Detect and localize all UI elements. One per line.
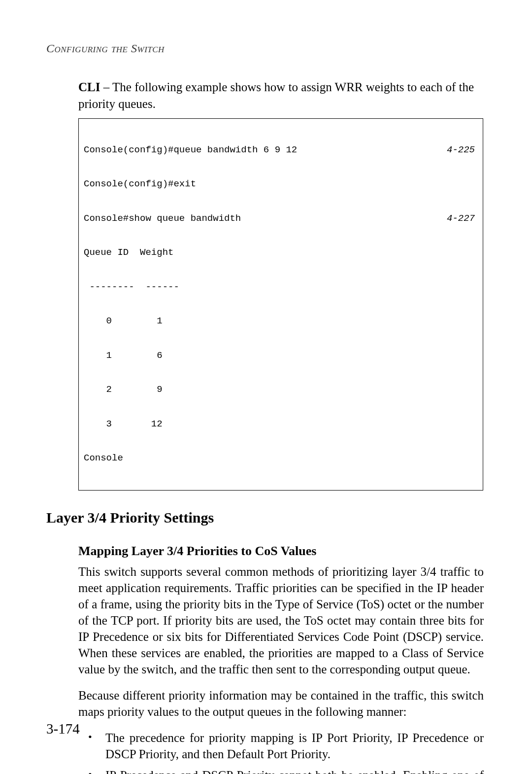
code-line: Console(config)#exit bbox=[84, 178, 478, 190]
code-line: Queue ID Weight bbox=[84, 247, 478, 258]
intro-lead: CLI bbox=[78, 80, 100, 94]
code-line: 2 9 bbox=[84, 384, 478, 395]
running-head: Configuring the Switch bbox=[46, 42, 165, 55]
bullet-list: The precedence for priority mapping is I… bbox=[78, 730, 484, 774]
body-paragraph: This switch supports several common meth… bbox=[78, 563, 484, 677]
code-page-ref: 4-225 bbox=[447, 144, 478, 156]
page-number: 3-174 bbox=[46, 721, 80, 737]
intro-paragraph: CLI – The following example shows how to… bbox=[78, 79, 484, 112]
list-item: The precedence for priority mapping is I… bbox=[78, 730, 484, 762]
code-line: 0 1 bbox=[84, 316, 478, 327]
code-line: Console(config)#queue bandwidth 6 9 124-… bbox=[84, 144, 478, 156]
body-paragraph: Because different priority information m… bbox=[78, 687, 484, 720]
code-line: 1 6 bbox=[84, 350, 478, 361]
cli-example-block: Console(config)#queue bandwidth 6 9 124-… bbox=[78, 118, 483, 491]
code-line: Console#show queue bandwidth4-227 bbox=[84, 213, 478, 224]
section-heading: Layer 3/4 Priority Settings bbox=[46, 509, 484, 526]
list-item: IP Precedence and DSCP Priority cannot b… bbox=[78, 767, 484, 774]
code-page-ref: 4-227 bbox=[447, 213, 478, 224]
code-line: -------- ------ bbox=[84, 281, 478, 293]
code-text: Console#show queue bandwidth bbox=[84, 213, 241, 224]
code-line: Console bbox=[84, 453, 478, 464]
subsection-heading: Mapping Layer 3/4 Priorities to CoS Valu… bbox=[78, 544, 484, 559]
code-text: Console(config)#queue bandwidth 6 9 12 bbox=[84, 144, 297, 156]
code-line: 3 12 bbox=[84, 419, 478, 430]
intro-text: – The following example shows how to ass… bbox=[78, 80, 474, 110]
page-content: CLI – The following example shows how to… bbox=[46, 79, 484, 774]
